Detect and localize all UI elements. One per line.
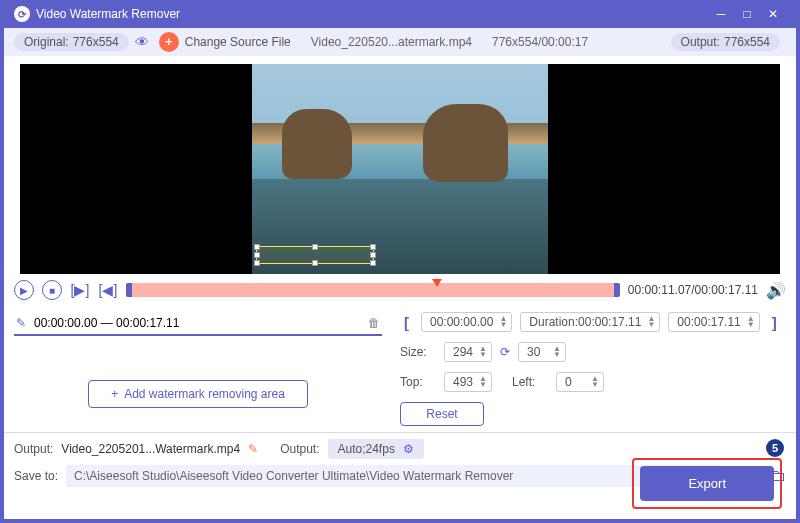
segment-icon: ✎ [16, 316, 26, 330]
volume-icon[interactable]: 🔊 [766, 281, 786, 300]
close-button[interactable]: ✕ [760, 4, 786, 24]
top-label: Top: [400, 375, 436, 389]
segment-row[interactable]: ✎ 00:00:00.00 — 00:00:17.11 🗑 [14, 312, 382, 336]
output-size-pill: Output: 776x554 [671, 33, 780, 51]
output-file-label: Output: [14, 442, 53, 456]
output-label: Output: [681, 35, 720, 49]
add-source-button[interactable]: + [159, 32, 179, 52]
app-logo-icon: ⟳ [14, 6, 30, 22]
range-start-handle[interactable] [126, 283, 132, 297]
maximize-button[interactable]: □ [734, 4, 760, 24]
spinner-icon[interactable]: ▲▼ [591, 376, 599, 388]
save-path: C:\Aiseesoft Studio\Aiseesoft Video Conv… [66, 465, 724, 487]
size-label: Size: [400, 345, 436, 359]
titlebar: ⟳ Video Watermark Remover ─ □ ✕ [4, 0, 796, 28]
height-input[interactable]: 30▲▼ [518, 342, 566, 362]
preview-area [4, 56, 796, 274]
top-input[interactable]: 493▲▼ [444, 372, 492, 392]
spinner-icon[interactable]: ▲▼ [499, 316, 507, 328]
preview-toggle-icon[interactable]: 👁 [135, 34, 149, 50]
output-filename: Video_2205201...Watermark.mp4 [61, 442, 240, 456]
minimize-button[interactable]: ─ [708, 4, 734, 24]
original-label: Original: [24, 35, 69, 49]
spinner-icon[interactable]: ▲▼ [647, 316, 655, 328]
time-display: 00:00:11.07/00:00:17.11 [628, 283, 758, 297]
save-to-label: Save to: [14, 469, 58, 483]
output-dims: 776x554 [724, 35, 770, 49]
spinner-icon[interactable]: ▲▼ [553, 346, 561, 358]
left-label: Left: [512, 375, 548, 389]
segment-range: 00:00:00.00 — 00:00:17.11 [34, 316, 179, 330]
timeline-track[interactable] [126, 283, 620, 297]
spinner-icon[interactable]: ▲▼ [479, 346, 487, 358]
spinner-icon[interactable]: ▲▼ [479, 376, 487, 388]
video-preview[interactable] [20, 64, 780, 274]
app-title: Video Watermark Remover [36, 7, 708, 21]
rename-output-button[interactable]: ✎ [248, 442, 258, 456]
timeline-controls: ▶ ■ [▶] [◀] 00:00:11.07/00:00:17.11 🔊 [4, 274, 796, 306]
export-button[interactable]: Export [640, 466, 774, 501]
toolbar: Original: 776x554 👁 + Change Source File… [4, 28, 796, 56]
range-end-handle[interactable] [614, 283, 620, 297]
output-format-selector[interactable]: Auto;24fps ⚙ [328, 439, 424, 459]
add-area-label: Add watermark removing area [124, 387, 285, 401]
play-button[interactable]: ▶ [14, 280, 34, 300]
source-filename: Video_220520...atermark.mp4 [311, 35, 472, 49]
width-input[interactable]: 294▲▼ [444, 342, 492, 362]
change-source-link[interactable]: Change Source File [185, 35, 291, 49]
next-frame-button[interactable]: [◀] [98, 280, 118, 300]
plus-icon: + [111, 387, 118, 401]
step-badge: 5 [766, 439, 784, 457]
duration-input[interactable]: Duration:00:00:17.11▲▼ [520, 312, 660, 332]
original-dims: 776x554 [73, 35, 119, 49]
set-start-button[interactable]: [ [400, 314, 413, 331]
format-label: Output: [280, 442, 319, 456]
original-size-pill: Original: 776x554 [14, 33, 129, 51]
video-frame [252, 64, 548, 274]
export-highlight: Export [632, 458, 782, 509]
start-time-input[interactable]: 00:00:00.00▲▼ [421, 312, 512, 332]
delete-segment-button[interactable]: 🗑 [368, 316, 380, 330]
set-end-button[interactable]: ] [768, 314, 781, 331]
end-time-input[interactable]: 00:00:17.11▲▼ [668, 312, 759, 332]
aspect-lock-icon[interactable]: ⟳ [500, 345, 510, 359]
format-settings-icon[interactable]: ⚙ [403, 442, 414, 456]
stop-button[interactable]: ■ [42, 280, 62, 300]
playhead[interactable] [432, 279, 442, 287]
format-value: Auto;24fps [338, 442, 395, 456]
reset-button[interactable]: Reset [400, 402, 484, 426]
prev-frame-button[interactable]: [▶] [70, 280, 90, 300]
add-watermark-area-button[interactable]: + Add watermark removing area [88, 380, 308, 408]
left-input[interactable]: 0▲▼ [556, 372, 604, 392]
spinner-icon[interactable]: ▲▼ [747, 316, 755, 328]
watermark-selection-box[interactable] [256, 246, 374, 264]
source-meta: 776x554/00:00:17 [492, 35, 588, 49]
